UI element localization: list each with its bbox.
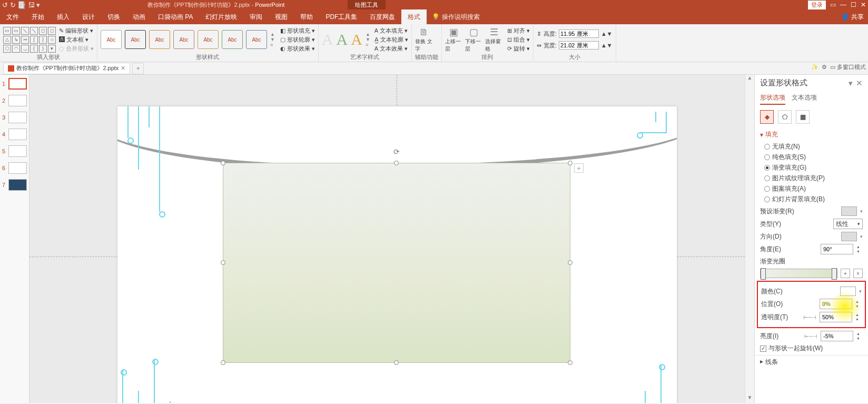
slide-thumb-2[interactable]: 2 [2,95,27,106]
share-button[interactable]: 👤共享 [841,9,864,24]
new-tab-button[interactable]: + [132,63,144,74]
style-preset[interactable]: Abc [125,30,146,49]
resize-handle[interactable] [221,161,225,165]
style-preset[interactable]: Abc [222,30,243,49]
multiwindow-button[interactable]: ▭ 多窗口模式 [830,63,866,71]
doc-tab[interactable]: 教你制作《PPT制作倒计时功能》2.pptx ✕ [3,63,130,74]
slide-thumb-1[interactable]: 1 [2,78,27,90]
ribbon-options-icon[interactable]: ▭ [830,1,836,8]
preset-gradient-picker[interactable] [841,206,857,216]
fill-line-icon[interactable]: ◆ [760,110,774,124]
gradient-fill-radio[interactable]: 渐变填充(G) [764,163,863,172]
bring-forward-button[interactable]: ▣上移一层 [445,26,463,53]
qat-icons[interactable]: ↺ ↻ 📑 🖫 ▾ [2,1,40,9]
menu-animations[interactable]: 动画 [126,9,152,24]
shape-effects-button[interactable]: ◐形状效果 ▾ [280,45,315,53]
menu-help[interactable]: 帮助 [294,9,319,24]
menu-slideshow[interactable]: 幻灯片放映 [199,9,243,24]
resize-handle[interactable] [221,260,225,265]
style-gallery-more[interactable]: ▲▼≡ [270,32,275,47]
angle-input[interactable] [821,244,853,254]
text-fill-button[interactable]: A文本填充 ▾ [374,27,408,35]
shape-fill-button[interactable]: ◧形状填充 ▾ [280,27,315,35]
tab-shape-options[interactable]: 形状选项 [760,93,785,105]
rotation-handle[interactable]: ⟳ [393,147,400,156]
slide-thumb-7[interactable]: 7 [2,179,27,191]
scroll-up-icon[interactable]: ▲ [745,75,754,83]
angle-spinner[interactable]: ▲▼ [856,244,863,254]
rotate-with-shape-checkbox[interactable]: ✓与形状一起旋转(W) [760,344,863,353]
fill-section-header[interactable]: ▾ 填充 [760,130,863,139]
brightness-input[interactable] [821,331,853,341]
width-spinner[interactable]: ▲▼ [601,42,613,48]
close-tab-icon[interactable]: ✕ [121,65,125,72]
slide-thumb-6[interactable]: 6 [2,162,27,174]
menu-design[interactable]: 设计 [76,9,101,24]
shape-outline-button[interactable]: ▢形状轮廓 ▾ [280,36,315,44]
selection-pane-button[interactable]: ☰选择窗格 [485,26,503,53]
merge-shapes-button[interactable]: ◌合并形状 ▾ [59,45,94,53]
picture-fill-radio[interactable]: 图片或纹理填充(P) [764,174,863,183]
gear-icon[interactable]: ⚙ [822,64,827,71]
add-stop-button[interactable]: + [841,269,850,278]
transparency-input[interactable] [820,312,852,322]
scroll-down-icon[interactable]: ▼ [745,395,754,403]
resize-handle[interactable] [394,360,399,365]
size-props-icon[interactable]: ▦ [796,110,810,124]
align-button[interactable]: ⊞对齐 ▾ [507,27,530,35]
menu-view[interactable]: 视图 [269,9,294,24]
height-spinner[interactable]: ▲▼ [601,31,613,37]
solid-fill-radio[interactable]: 纯色填充(S) [764,153,863,162]
menu-baidu[interactable]: 百度网盘 [363,9,401,24]
sparkle-icon[interactable]: ✨ [811,64,818,71]
brightness-slider[interactable]: ⊢─⊣ [804,333,817,339]
style-gallery[interactable]: Abc Abc Abc Abc Abc Abc Abc [101,30,267,49]
gradient-stop[interactable] [761,268,766,280]
drawing-tools-tab[interactable]: 绘图工具 [348,0,386,9]
vertical-scrollbar[interactable]: ▲ ▼ [745,75,754,403]
maximize-icon[interactable]: ☐ [851,1,856,8]
gradient-stop[interactable] [832,268,837,280]
type-select[interactable]: 线性▾ [833,219,863,229]
selected-shape[interactable]: ⟳ + [223,163,570,363]
pane-close-icon[interactable]: ✕ [856,78,863,88]
send-backward-button[interactable]: ▢下移一层 [465,26,483,53]
position-input[interactable] [820,299,852,309]
style-preset[interactable]: Abc [101,30,122,49]
remove-stop-button[interactable]: × [853,269,863,278]
menu-pdf[interactable]: PDF工具集 [319,9,363,24]
color-picker[interactable] [840,287,856,296]
textbox-button[interactable]: 🅰文本框 ▾ [59,36,94,44]
rotate-button[interactable]: ⟳旋转 ▾ [507,45,530,53]
style-preset[interactable]: Abc [246,30,267,49]
resize-handle[interactable] [568,260,573,265]
resize-handle[interactable] [568,161,573,165]
effects-icon[interactable]: ⬠ [778,110,792,124]
line-section-header[interactable]: ▸ 线条 [760,358,863,367]
style-preset[interactable]: Abc [198,30,219,49]
menu-file[interactable]: 文件 [0,9,25,24]
brightness-spinner[interactable]: ▲▼ [856,331,863,341]
slide-thumb-5[interactable]: 5 [2,145,27,157]
login-button[interactable]: 登录 [808,1,826,9]
resize-handle[interactable] [568,360,573,365]
close-icon[interactable]: ✕ [861,1,866,8]
position-spinner[interactable]: ▲▼ [855,299,862,309]
tell-me[interactable]: 💡操作说明搜索 [432,9,480,24]
text-outline-button[interactable]: A̲文本轮廓 ▾ [374,36,408,44]
pane-dropdown-icon[interactable]: ▾ [849,78,853,88]
transparency-slider[interactable]: ⊢─⊣ [803,314,816,320]
no-fill-radio[interactable]: 无填充(N) [764,142,863,151]
edit-shape-button[interactable]: ✎编辑形状 ▾ [59,27,94,35]
slide-canvas[interactable]: ⟳ + [29,75,745,403]
menu-format[interactable]: 格式 [401,9,427,24]
shape-gallery[interactable]: ▭▭＼＼◻◻ △↳↣{}☆ ⬡◠◡()▾ [3,27,57,53]
transparency-spinner[interactable]: ▲▼ [855,312,862,322]
menu-transitions[interactable]: 切换 [101,9,126,24]
menu-insert[interactable]: 插入 [51,9,76,24]
text-effects-button[interactable]: A文本效果 ▾ [374,45,408,53]
tab-text-options[interactable]: 文本选项 [792,93,817,105]
menu-pocket-anim[interactable]: 口袋动画 PA [152,9,199,24]
style-preset[interactable]: Abc [149,30,170,49]
slide-thumb-4[interactable]: 4 [2,129,27,140]
